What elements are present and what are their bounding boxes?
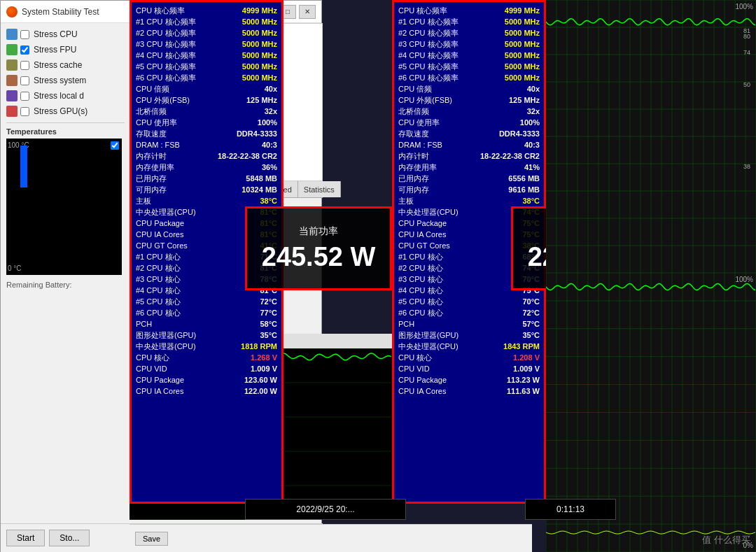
table-row: CPU 外频(FSB)125 MHz xyxy=(397,94,541,106)
table-row: 存取速度DDR4-3333 xyxy=(134,128,279,139)
watermark: 值 什么得买 xyxy=(702,534,750,546)
table-row: CPU 倍频40x xyxy=(134,83,279,94)
table-row: #1 CPU 核心频率5000 MHz xyxy=(134,16,279,27)
table-row: 中央处理器(CPU)1843 RPM xyxy=(397,341,541,352)
table-row: #6 CPU 核心频率5000 MHz xyxy=(134,72,279,83)
table-row: #5 CPU 核心频率5000 MHz xyxy=(397,61,541,72)
table-row: 内存使用率41% xyxy=(397,162,541,173)
rg-top-canvas xyxy=(546,0,756,273)
temp-min-label: 0 °C xyxy=(8,264,22,272)
table-row: DRAM : FSB40:3 xyxy=(397,139,541,150)
tab-statistics[interactable]: Statistics xyxy=(298,181,341,197)
table-row: 图形处理器(GPU)35°C xyxy=(397,330,541,341)
power-left-value: 245.52 W xyxy=(262,242,376,272)
table-row: 北桥倍频32x xyxy=(397,106,541,117)
table-row: 主板38°C xyxy=(134,195,279,206)
power-left-label: 当前功率 xyxy=(299,225,338,238)
temp-bar xyxy=(20,146,27,187)
temp-checkbox[interactable] xyxy=(111,141,119,150)
stress-cache-label: Stress cache xyxy=(34,60,82,70)
right-graph-panel: 100% 50 74 81 80 38 100% 0% xyxy=(546,0,756,552)
table-row: 北桥倍频32x xyxy=(134,106,279,117)
temperatures-tab[interactable]: Temperatures xyxy=(6,127,125,136)
table-row: #6 CPU 核心频率5000 MHz xyxy=(397,72,541,83)
cpu-icon xyxy=(6,29,18,40)
stress-cache-checkbox[interactable] xyxy=(20,61,29,70)
table-row: 内存使用率36% xyxy=(134,162,279,173)
table-row: CPU 核心1.208 V xyxy=(397,352,541,363)
table-row: 内存计时18-22-22-38 CR2 xyxy=(397,150,541,162)
temperature-graph: 100 °C 0 °C xyxy=(6,139,122,275)
table-row: CPU 使用率100% xyxy=(134,117,279,128)
stress-local-checkbox[interactable] xyxy=(20,92,29,101)
table-row: 存取速度DDR4-3333 xyxy=(397,128,541,139)
table-row: #3 CPU 核心频率5000 MHz xyxy=(134,38,279,50)
table-row: #6 CPU 核心72°C xyxy=(397,307,541,318)
table-row: #5 CPU 核心频率5000 MHz xyxy=(134,61,279,72)
table-row: 已用内存6556 MB xyxy=(397,173,541,184)
stress-fpu-label: Stress FPU xyxy=(34,45,76,55)
rg-top-100: 100% xyxy=(735,3,753,10)
table-row: 中央处理器(CPU)1818 RPM xyxy=(134,341,279,352)
table-row: 可用内存9616 MB xyxy=(397,184,541,195)
save-button[interactable]: Save xyxy=(135,532,168,546)
table-row: CPU 使用率100% xyxy=(397,117,541,128)
table-row: CPU IA Cores122.00 W xyxy=(134,385,279,397)
table-row: #2 CPU 核心频率5000 MHz xyxy=(134,27,279,38)
stress-gpu-label: Stress GPU(s) xyxy=(34,106,88,116)
local-icon xyxy=(6,90,18,101)
table-row: 已用内存5848 MB xyxy=(134,173,279,184)
flame-icon xyxy=(6,6,18,17)
sidebar-item-stress-gpu[interactable]: Stress GPU(s) xyxy=(6,106,125,117)
table-row: 主板38°C xyxy=(397,195,541,206)
cache-icon xyxy=(6,59,18,71)
rg-val-74: 74 xyxy=(743,49,750,56)
rg-val-50: 50 xyxy=(743,81,750,88)
table-row: 图形处理器(GPU)35°C xyxy=(134,330,279,341)
table-row: CPU IA Cores111.63 W xyxy=(397,385,541,397)
stop-button[interactable]: Sto... xyxy=(49,530,90,546)
table-row: CPU VID1.009 V xyxy=(397,363,541,374)
timer-bar: 0:11:13 xyxy=(525,499,616,520)
table-row: PCH58°C xyxy=(134,318,279,330)
sidebar-item-stress-fpu[interactable]: Stress FPU xyxy=(6,44,125,55)
table-row: #2 CPU 核心频率5000 MHz xyxy=(397,27,541,38)
table-row: #1 CPU 核心频率5000 MHz xyxy=(397,16,541,27)
table-row: CPU 核心频率4999 MHz xyxy=(397,5,541,16)
fpu-icon xyxy=(6,44,18,55)
start-button[interactable]: Start xyxy=(6,530,45,546)
table-row: CPU 核心1.268 V xyxy=(134,352,279,363)
close-button[interactable]: ✕ xyxy=(299,5,316,19)
table-row: CPU 核心频率4999 MHz xyxy=(134,5,279,16)
table-row: DRAM : FSB40:3 xyxy=(134,139,279,150)
remaining-battery-label: Remaining Battery: xyxy=(6,281,125,289)
stress-fpu-checkbox[interactable] xyxy=(20,45,29,55)
table-row: CPU 倍频40x xyxy=(397,83,541,94)
stress-cpu-checkbox[interactable] xyxy=(20,30,29,39)
bottom-info-bar: Save xyxy=(130,524,532,552)
power-overlay-left: 当前功率 245.52 W xyxy=(245,206,392,290)
table-row: #6 CPU 核心77°C xyxy=(134,307,279,318)
table-row: #5 CPU 核心70°C xyxy=(397,296,541,307)
sidebar-item-stress-cache[interactable]: Stress cache xyxy=(6,59,125,71)
table-row: #4 CPU 核心频率5000 MHz xyxy=(397,50,541,61)
rg-bot-100: 100% xyxy=(735,276,753,283)
gpu-icon xyxy=(6,106,18,117)
right-graph-top: 100% 50 74 81 80 38 xyxy=(546,0,756,273)
table-row: CPU 外频(FSB)125 MHz xyxy=(134,94,279,106)
table-row: PCH57°C xyxy=(397,318,541,330)
table-row: 可用内存10324 MB xyxy=(134,184,279,195)
sidebar-item-stress-system[interactable]: Stress system xyxy=(6,75,125,86)
sidebar: Stress CPU Stress FPU Stress cache Stres… xyxy=(1,23,130,552)
stress-cpu-label: Stress CPU xyxy=(34,29,78,39)
stress-system-label: Stress system xyxy=(34,76,86,85)
sidebar-item-stress-local[interactable]: Stress local d xyxy=(6,90,125,101)
stress-gpu-checkbox[interactable] xyxy=(20,107,29,116)
table-row: CPU VID1.009 V xyxy=(134,363,279,374)
table-row: CPU Package123.60 W xyxy=(134,374,279,385)
table-row: CPU Package113.23 W xyxy=(397,374,541,385)
timestamp-bar: 2022/9/25 20:... xyxy=(245,499,406,520)
system-icon xyxy=(6,75,18,86)
sidebar-item-stress-cpu[interactable]: Stress CPU xyxy=(6,29,125,40)
stress-system-checkbox[interactable] xyxy=(20,76,29,85)
